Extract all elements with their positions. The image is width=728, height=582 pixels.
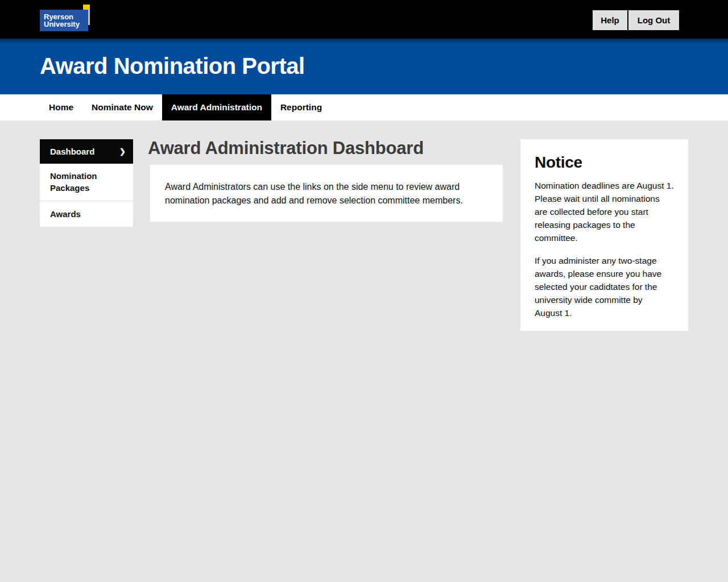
sidebar-item-dashboard-label: Dashboard (50, 147, 94, 156)
logo-wordmark: Ryerson University (40, 10, 88, 31)
notice-paragraph-2: If you administer any two-stage awards, … (535, 254, 675, 319)
primary-nav: Home Nominate Now Award Administration R… (0, 94, 728, 120)
page-heading: Award Administration Dashboard (148, 138, 424, 159)
notice-heading: Notice (535, 153, 675, 172)
header-band: Award Nomination Portal (0, 39, 728, 94)
chevron-right-icon: ❯ (119, 147, 126, 156)
logout-button[interactable]: Log Out (628, 10, 679, 30)
help-button[interactable]: Help (593, 10, 627, 30)
notice-panel: Notice Nomination deadlines are August 1… (520, 139, 688, 331)
top-utility-bar: Ryerson University Help Log Out (0, 0, 728, 39)
logo-line-2: University (44, 20, 88, 28)
notice-paragraph-1: Nomination deadlines are August 1. Pleas… (535, 179, 675, 244)
nav-item-reporting[interactable]: Reporting (271, 94, 331, 120)
portal-title: Award Nomination Portal (40, 53, 305, 79)
sidebar-item-awards[interactable]: Awards (40, 201, 133, 227)
nav-item-home[interactable]: Home (40, 94, 82, 120)
intro-card: Award Administrators can use the links o… (150, 165, 503, 222)
sidebar-item-dashboard[interactable]: Dashboard ❯ (40, 139, 133, 164)
sidebar-item-nomination-packages[interactable]: Nomination Packages (40, 164, 133, 201)
ryerson-university-logo[interactable]: Ryerson University (40, 5, 91, 32)
nav-item-award-administration[interactable]: Award Administration (162, 94, 271, 120)
nav-item-nominate-now[interactable]: Nominate Now (82, 94, 162, 120)
sidebar-menu: Dashboard ❯ Nomination Packages Awards (40, 139, 133, 227)
topbar-actions: Help Log Out (593, 10, 679, 30)
